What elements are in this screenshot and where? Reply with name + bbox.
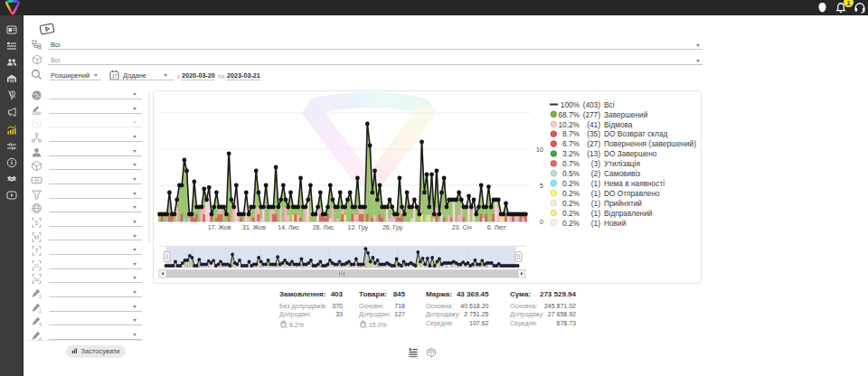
svg-text:26. Гру: 26. Гру [382,224,403,231]
svg-text:2: 2 [39,309,42,314]
svg-text:T: T [35,248,39,254]
svg-text:(1): (1) [591,179,600,188]
svg-text:0.2%: 0.2% [562,189,580,198]
svg-text:28. Лис: 28. Лис [313,224,335,230]
svg-text:0.5%: 0.5% [562,169,580,178]
svg-text:(2): (2) [591,169,600,178]
svg-text:10.2%: 10.2% [558,120,580,129]
svg-text:0: 0 [540,218,543,226]
svg-text:(3): (3) [591,159,600,168]
svg-text:31. Жов: 31. Жов [242,224,266,230]
svg-text:6.7%: 6.7% [562,139,580,148]
svg-text:14. Лис: 14. Лис [278,224,299,230]
svg-text:0.2%: 0.2% [562,209,580,218]
svg-text:Повернення (завершений): Повернення (завершений) [604,139,696,148]
svg-text:3.2%: 3.2% [562,149,580,158]
svg-text:x: x [366,325,367,328]
svg-text:10: 10 [536,146,543,154]
svg-text:0.7%: 0.7% [562,159,580,168]
svg-text:DO Завершено: DO Завершено [604,149,657,158]
svg-text:0.2%: 0.2% [562,199,580,208]
svg-text:(13): (13) [587,149,600,158]
svg-text:0.2%: 0.2% [562,179,580,188]
svg-text:Відмова: Відмова [604,120,633,129]
svg-text:(27): (27) [587,139,600,148]
svg-text:x: x [287,325,288,328]
svg-text:Прийнятий: Прийнятий [604,199,642,208]
svg-text:Завершений: Завершений [604,110,648,119]
svg-text:Утилізація: Утилізація [604,159,640,168]
svg-text:(403): (403) [583,100,601,109]
svg-text:5: 5 [540,182,543,190]
svg-text:12. Гру: 12. Гру [348,224,369,231]
svg-text:(1): (1) [591,209,600,218]
svg-text:100%: 100% [561,100,580,109]
svg-text:M: M [34,234,39,240]
svg-text:Нема в наявності: Нема в наявності [604,179,665,188]
svg-text:DO Отправлено: DO Отправлено [604,189,660,198]
svg-text:23. Січ: 23. Січ [452,224,472,230]
svg-text:Самовивіз: Самовивіз [604,169,640,178]
svg-text:Всі: Всі [604,100,615,109]
svg-text:S: S [34,220,39,226]
svg-text:(35): (35) [587,129,600,138]
svg-text:Відправлений: Відправлений [604,209,653,218]
svg-text:(1): (1) [591,199,600,208]
svg-text:Sp: Sp [33,277,39,282]
svg-text:8.7%: 8.7% [562,129,580,138]
svg-text:(277): (277) [583,110,601,119]
svg-text:3: 3 [39,323,42,327]
svg-text:Ct: Ct [34,263,40,268]
svg-text:(1): (1) [591,219,600,228]
svg-text:(1): (1) [591,189,600,198]
svg-text:?: ? [35,121,39,127]
svg-text:(41): (41) [587,120,600,129]
svg-text:0.2%: 0.2% [562,219,580,228]
svg-text:6. Лют: 6. Лют [487,224,506,230]
svg-text:17. Жов: 17. Жов [208,224,231,230]
svg-text:DO Возврат склад: DO Возврат склад [604,129,667,138]
svg-text:68.7%: 68.7% [558,110,580,119]
svg-text:Новий: Новий [604,219,627,228]
svg-text:1: 1 [39,295,42,299]
